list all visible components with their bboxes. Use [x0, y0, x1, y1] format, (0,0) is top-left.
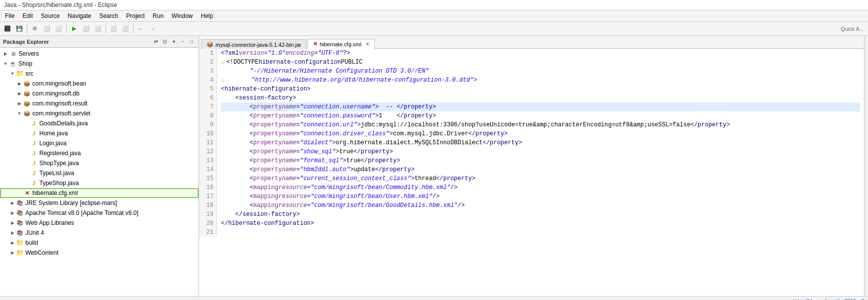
code-line-9: <property name="connection.url">jdbc:mys…: [221, 120, 860, 129]
panel-collapse-btn[interactable]: ⊟: [161, 38, 169, 46]
tree-toggle-result[interactable]: ▶: [16, 99, 23, 108]
toolbar-btn-4[interactable]: ⬜: [41, 23, 52, 34]
tree-label-build: build: [25, 238, 38, 247]
panel-header: Package Explorer ⇄ ⊟ ▾ − □: [0, 36, 199, 48]
server-icon: 🖥: [9, 50, 17, 58]
jre-icon: 📚: [16, 199, 24, 207]
tree-item-webapplib[interactable]: ▶ 📚 Web App Libraries: [0, 218, 199, 228]
code-line-19: </session-factory>: [221, 210, 860, 219]
toolbar-run[interactable]: ▶: [69, 23, 80, 34]
tree-item-typeshop[interactable]: J TypeShop.java: [0, 178, 199, 188]
toolbar-btn-10[interactable]: ⬜: [120, 23, 131, 34]
menu-edit[interactable]: Edit: [19, 11, 36, 20]
code-line-3: "-//Hibernate/Hibernate Configuration DT…: [221, 67, 860, 76]
tree-toggle-db[interactable]: ▶: [16, 89, 23, 98]
code-line-11: <property name="dialect">org.hibernate.d…: [221, 138, 860, 147]
panel-minimize-btn[interactable]: −: [179, 38, 187, 46]
tree-item-home[interactable]: J Home.java: [0, 128, 199, 138]
toolbar-forward[interactable]: →: [147, 23, 158, 34]
tree-item-login[interactable]: J Login.java: [0, 138, 199, 148]
toolbar-btn-9[interactable]: ⬜: [108, 23, 119, 34]
tree-toggle-build[interactable]: ▶: [9, 238, 16, 247]
tree-item-servlet[interactable]: ▼ 📦 com.mingrisoft.servlet: [0, 108, 199, 118]
tree-item-junit4[interactable]: ▶ 📚 JUnit 4: [0, 228, 199, 238]
tree-toggle-jre[interactable]: ▶: [9, 199, 16, 207]
shop-icon: ☕: [9, 60, 17, 68]
tree-item-servers[interactable]: ▶ 🖥 Servers: [0, 49, 199, 59]
menu-search[interactable]: Search: [96, 11, 121, 20]
tree-item-typelist[interactable]: J TypeList.java: [0, 168, 199, 178]
tree-item-goodsdetails[interactable]: J GoodsDetails.java: [0, 118, 199, 128]
tree-label-junit4: JUnit 4: [25, 228, 44, 237]
code-line-17: <mapping resource="com/mingrisoft/bean/U…: [221, 192, 860, 201]
toolbar-save[interactable]: 💾: [14, 23, 25, 34]
linenum-1: 1: [202, 49, 214, 58]
tree-item-result[interactable]: ▶ 📦 com.mingrisoft.result: [0, 99, 199, 108]
package-result-icon: 📦: [23, 100, 31, 107]
tree-toggle-tomcat[interactable]: ▶: [9, 208, 16, 217]
code-area: <?xml version="1.0" encoding="UTF-8"?> ⚠…: [217, 49, 864, 237]
menu-file[interactable]: File: [2, 11, 17, 20]
java-login-icon: J: [30, 139, 38, 147]
menu-run[interactable]: Run: [150, 11, 167, 20]
tree-item-shoptype[interactable]: J ShopType.java: [0, 158, 199, 168]
menu-help[interactable]: Help: [198, 11, 217, 20]
package-db-icon: 📦: [23, 90, 31, 98]
tree-toggle-webapplib[interactable]: ▶: [9, 218, 16, 227]
linenum-17: 17: [202, 192, 214, 201]
panel-maximize-btn[interactable]: □: [188, 38, 196, 46]
toolbar-separator-1: [27, 24, 27, 33]
tree-item-bean[interactable]: ▶ 📦 com.mingrisoft.bean: [0, 79, 199, 89]
linenum-18: 18: [202, 201, 214, 210]
toolbar-btn-8[interactable]: ⬜: [93, 23, 104, 34]
tab-hibernate-close[interactable]: ✕: [365, 41, 369, 47]
tree-item-src[interactable]: ▼ 📁 src: [0, 69, 199, 79]
menu-source[interactable]: Source: [38, 11, 63, 20]
tree-item-build[interactable]: ▶ 📁 build: [0, 238, 199, 248]
panel-sync-btn[interactable]: ⇄: [152, 38, 160, 46]
tree-item-hibernate-cfg[interactable]: ✕ hibernate.cfg.xml: [0, 188, 199, 198]
tab-hibernate[interactable]: ✕ hibernate.cfg.xml ✕: [308, 39, 375, 49]
menu-navigate[interactable]: Navigate: [65, 11, 94, 20]
tree-item-shop[interactable]: ▼ ☕ Shop: [0, 59, 199, 69]
menu-window[interactable]: Window: [169, 11, 196, 20]
linenum-19: 19: [202, 210, 214, 219]
java-typeshop-icon: J: [30, 179, 38, 187]
code-line-10: <property name="connection.driver_class"…: [221, 129, 860, 138]
tree-toggle-webcontent[interactable]: ▶: [9, 248, 16, 257]
tree-toggle-junit4[interactable]: ▶: [9, 228, 16, 237]
panel-viewmenu-btn[interactable]: ▾: [170, 38, 178, 46]
tree-label-hibernate-cfg: hibernate.cfg.xml: [32, 189, 78, 198]
tomcat-icon: 📚: [16, 209, 24, 217]
linenum-2: 2: [202, 58, 214, 67]
toolbar-btn-5[interactable]: ⬜: [53, 23, 64, 34]
code-line-8: <property name="connection.password">1 <…: [221, 111, 860, 120]
toolbar-back[interactable]: ←: [135, 23, 146, 34]
toolbar-btn-7[interactable]: ⬜: [81, 23, 92, 34]
java-goodsdetails-icon: J: [30, 119, 38, 127]
tree-label-typelist: TypeList.java: [39, 169, 74, 178]
package-explorer-panel: Package Explorer ⇄ ⊟ ▾ − □ ▶ 🖥 Servers ▼: [0, 36, 199, 296]
tree-toggle-servlet[interactable]: ▼: [16, 109, 23, 118]
right-edge-panel: [864, 36, 868, 296]
tree-toggle-servers[interactable]: ▶: [2, 49, 9, 58]
tree-toggle-bean[interactable]: ▶: [16, 79, 23, 88]
tree-item-tomcat[interactable]: ▶ 📚 Apache Tomcat v8.0 [Apache Tomcat v8…: [0, 208, 199, 218]
tab-mysql[interactable]: 📦 mysql-connector-java-5.1.42-bin.jar: [201, 39, 307, 49]
tree-item-jre[interactable]: ▶ 📚 JRE System Library [eclipse-mars]: [0, 198, 199, 208]
tree-label-servers: Servers: [18, 49, 39, 58]
linenum-12: 12: [202, 147, 214, 156]
tree-container: ▶ 🖥 Servers ▼ ☕ Shop ▼ 📁 src ▶: [0, 48, 199, 296]
tree-item-db[interactable]: ▶ 📦 com.mingrisoft.db: [0, 89, 199, 99]
linenum-21: 21: [202, 228, 214, 237]
toolbar-new[interactable]: ⬛: [2, 23, 13, 34]
tree-item-registered[interactable]: J Registered.java: [0, 148, 199, 158]
toolbar-btn-3[interactable]: ⚙: [29, 23, 40, 34]
tree-toggle-shop[interactable]: ▼: [2, 59, 9, 68]
menu-project[interactable]: Project: [123, 11, 147, 20]
tree-item-webcontent[interactable]: ▶ 📁 WebContent: [0, 248, 199, 258]
editor-content[interactable]: 1 2 3 4 5 6 7 8 9 10 11 12 13 14 15 16 1: [199, 49, 864, 296]
tree-toggle-src[interactable]: ▼: [9, 69, 16, 78]
linenum-11: 11: [202, 138, 214, 147]
main-layout: Package Explorer ⇄ ⊟ ▾ − □ ▶ 🖥 Servers ▼: [0, 36, 868, 296]
